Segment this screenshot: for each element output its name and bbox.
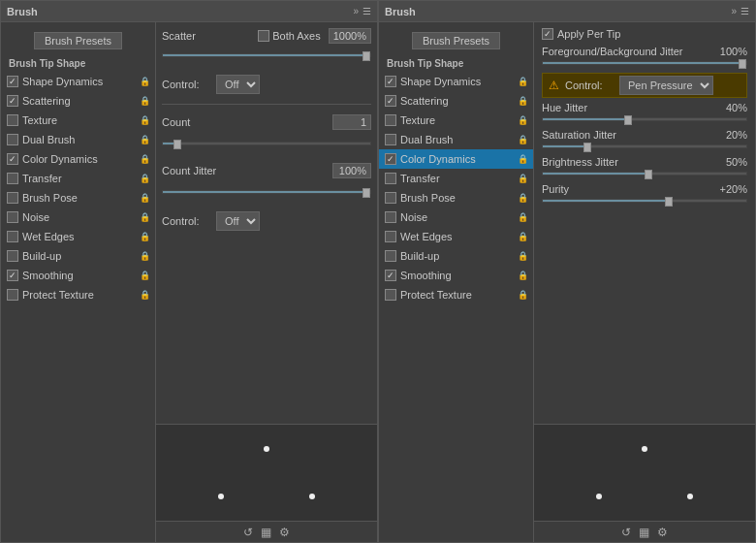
transfer-checkbox[interactable]	[7, 173, 18, 184]
p2-sidebar-item-transfer[interactable]: Transfer 🔒	[379, 169, 533, 188]
count-slider-container	[162, 138, 371, 149]
p2-smoothing-checkbox[interactable]	[385, 270, 396, 281]
count-row: Count 1	[162, 114, 371, 130]
preview-cycle-icon[interactable]: ↺	[243, 526, 253, 539]
color-dynamics-content: Apply Per Tip Foreground/Background Jitt…	[534, 22, 755, 424]
hue-slider[interactable]	[542, 117, 747, 121]
wet-edges-checkbox[interactable]	[7, 231, 18, 242]
p2-scattering-checkbox[interactable]	[385, 95, 396, 107]
p2-sidebar-item-wet-edges[interactable]: Wet Edges 🔒	[379, 227, 533, 246]
buildup-label: Build-up	[22, 250, 61, 262]
panel1-menu-icon[interactable]: ☰	[362, 6, 371, 16]
transfer-lock-icon: 🔒	[140, 173, 149, 184]
both-axes-checkbox[interactable]	[258, 30, 269, 42]
sidebar-item-dual-brush[interactable]: Dual Brush 🔒	[1, 130, 155, 149]
panel2-arrow-icon[interactable]: »	[731, 6, 737, 16]
p2-sidebar-item-texture[interactable]: Texture 🔒	[379, 111, 533, 130]
panel1-header: Brush » ☰	[1, 1, 377, 22]
sidebar-item-transfer[interactable]: Transfer 🔒	[1, 169, 155, 188]
sidebar-item-smoothing[interactable]: Smoothing 🔒	[1, 266, 155, 285]
buildup-checkbox[interactable]	[7, 250, 18, 262]
p2-buildup-checkbox[interactable]	[385, 250, 396, 262]
color-dynamics-lock-icon: 🔒	[140, 153, 149, 165]
p2-sidebar-item-protect-texture[interactable]: Protect Texture 🔒	[379, 285, 533, 304]
panel2-presets-button[interactable]: Brush Presets	[412, 32, 500, 49]
p2-preview-grid-icon[interactable]: ▦	[639, 526, 649, 539]
smoothing-checkbox[interactable]	[7, 270, 18, 281]
texture-checkbox[interactable]	[7, 114, 18, 126]
p2-sidebar-item-brush-pose[interactable]: Brush Pose 🔒	[379, 188, 533, 208]
scattering-checkbox[interactable]	[7, 95, 18, 107]
protect-texture-checkbox[interactable]	[7, 289, 18, 301]
sidebar-item-texture[interactable]: Texture 🔒	[1, 111, 155, 130]
p2-sidebar-item-scattering[interactable]: Scattering 🔒	[379, 91, 533, 111]
count-slider[interactable]	[162, 142, 371, 145]
sidebar-item-brush-pose[interactable]: Brush Pose 🔒	[1, 188, 155, 208]
count-jitter-row: Count Jitter 100%	[162, 163, 371, 178]
preview-grid-icon[interactable]: ▦	[261, 526, 271, 539]
p2-protect-texture-checkbox[interactable]	[385, 289, 396, 301]
p2-sidebar-item-buildup[interactable]: Build-up 🔒	[379, 246, 533, 266]
noise-label: Noise	[22, 211, 49, 223]
preview-dot-3	[309, 494, 315, 499]
noise-checkbox[interactable]	[7, 211, 18, 223]
p2-protect-texture-label: Protect Texture	[400, 289, 472, 301]
sidebar-item-scattering[interactable]: Scattering 🔒	[1, 91, 155, 111]
panel1-arrow-icon[interactable]: »	[353, 6, 359, 16]
panel2-preview-toolbar: ↺ ▦ ⚙	[534, 521, 755, 542]
p2-color-dynamics-checkbox[interactable]	[385, 153, 396, 165]
sidebar-item-noise[interactable]: Noise 🔒	[1, 208, 155, 227]
sidebar-item-buildup[interactable]: Build-up 🔒	[1, 246, 155, 266]
p2-noise-checkbox[interactable]	[385, 211, 396, 223]
count-jitter-slider[interactable]	[162, 190, 371, 194]
p2-sidebar-item-noise[interactable]: Noise 🔒	[379, 208, 533, 227]
sidebar-item-protect-texture[interactable]: Protect Texture 🔒	[1, 285, 155, 304]
p2-transfer-checkbox[interactable]	[385, 173, 396, 184]
apply-per-tip-row: Apply Per Tip	[542, 28, 747, 40]
preview-settings-icon[interactable]: ⚙	[279, 526, 290, 539]
fg-bg-slider-container	[542, 61, 747, 65]
count-jitter-slider-container	[162, 186, 371, 198]
brush-pose-lock-icon: 🔒	[140, 192, 149, 204]
color-dynamics-checkbox[interactable]	[7, 153, 18, 165]
p2-sidebar-item-color-dynamics[interactable]: Color Dynamics 🔒	[379, 149, 533, 169]
panel2-brush-tip-shape-title: Brush Tip Shape	[379, 55, 533, 72]
sidebar-item-wet-edges[interactable]: Wet Edges 🔒	[1, 227, 155, 246]
p2-preview-dot-1	[642, 446, 647, 452]
count-jitter-control-select[interactable]: Off	[216, 211, 260, 231]
p2-wet-edges-checkbox[interactable]	[385, 231, 396, 242]
sat-slider-container	[542, 144, 747, 148]
p2-brush-pose-checkbox[interactable]	[385, 192, 396, 204]
p2-preview-cycle-icon[interactable]: ↺	[621, 526, 631, 539]
p2-smoothing-label: Smoothing	[400, 270, 452, 281]
p2-sidebar-item-dual-brush[interactable]: Dual Brush 🔒	[379, 130, 533, 149]
p2-sidebar-item-shape-dynamics[interactable]: Shape Dynamics 🔒	[379, 72, 533, 91]
p2-preview-settings-icon[interactable]: ⚙	[657, 526, 668, 539]
warning-control-select[interactable]: Pen Pressure	[619, 76, 713, 95]
protect-texture-label: Protect Texture	[22, 289, 94, 301]
apply-per-tip-checkbox[interactable]	[542, 28, 553, 40]
p2-shape-dynamics-checkbox[interactable]	[385, 76, 396, 87]
p2-dual-brush-checkbox[interactable]	[385, 134, 396, 145]
p2-sidebar-item-smoothing[interactable]: Smoothing 🔒	[379, 266, 533, 285]
panel2-menu-icon[interactable]: ☰	[740, 6, 749, 16]
sidebar-item-shape-dynamics[interactable]: Shape Dynamics 🔒	[1, 72, 155, 91]
sat-slider[interactable]	[542, 144, 747, 148]
p2-texture-checkbox[interactable]	[385, 114, 396, 126]
fg-bg-slider[interactable]	[542, 61, 747, 65]
bright-slider[interactable]	[542, 172, 747, 176]
dual-brush-checkbox[interactable]	[7, 134, 18, 145]
count-jitter-label: Count Jitter	[162, 165, 216, 176]
scatter-control-select[interactable]: Off	[216, 75, 260, 94]
p2-noise-lock-icon: 🔒	[518, 211, 527, 223]
brush-pose-checkbox[interactable]	[7, 192, 18, 204]
shape-dynamics-checkbox[interactable]	[7, 76, 18, 87]
p2-color-dynamics-lock-icon: 🔒	[518, 153, 527, 165]
panel1-scatter-content: Scatter Both Axes 1000%	[156, 22, 377, 424]
panel1-presets-button[interactable]: Brush Presets	[34, 32, 122, 49]
sidebar-item-color-dynamics[interactable]: Color Dynamics 🔒	[1, 149, 155, 169]
purity-slider[interactable]	[542, 199, 747, 203]
scatter-slider[interactable]	[162, 53, 371, 57]
p2-noise-label: Noise	[400, 211, 427, 223]
bright-jitter-label: Brightness Jitter	[542, 156, 618, 168]
